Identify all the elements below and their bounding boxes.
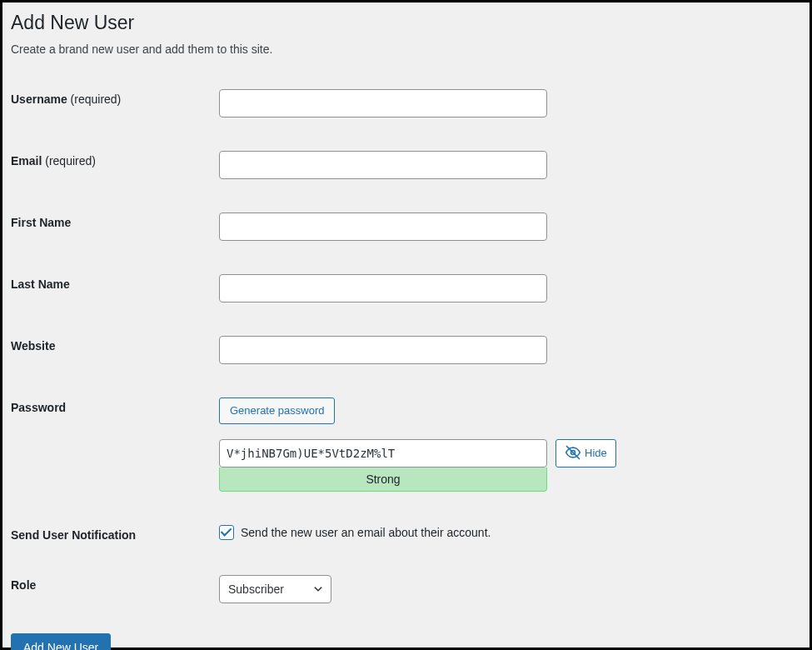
send-notification-checkbox[interactable] (219, 525, 234, 540)
hide-button-label: Hide (585, 448, 607, 458)
last-name-label: Last Name (11, 278, 70, 291)
email-input[interactable] (219, 151, 547, 179)
password-strength-meter: Strong (219, 468, 547, 492)
username-input[interactable] (219, 89, 547, 118)
notification-checkbox-label: Send the new user an email about their a… (241, 526, 491, 539)
eye-slash-icon (565, 444, 581, 462)
username-label: Username (11, 92, 67, 106)
first-name-label: First Name (11, 216, 71, 229)
notification-label: Send User Notification (11, 528, 136, 542)
hide-password-button[interactable]: Hide (555, 439, 616, 468)
user-form-table: Username (required) Email (required) Fir… (11, 72, 801, 620)
first-name-input[interactable] (219, 212, 547, 241)
add-user-page: Add New User Create a brand new user and… (0, 0, 812, 650)
username-required: (required) (71, 92, 122, 106)
website-label: Website (11, 339, 55, 352)
page-title: Add New User (11, 11, 801, 36)
email-required: (required) (45, 154, 96, 168)
website-input[interactable] (219, 336, 547, 364)
email-label: Email (11, 154, 42, 168)
add-new-user-button[interactable]: Add New User (11, 633, 111, 650)
password-label: Password (11, 401, 66, 414)
page-subtitle: Create a brand new user and add them to … (11, 42, 801, 56)
last-name-input[interactable] (219, 274, 547, 302)
role-select[interactable]: Subscriber (219, 575, 331, 603)
password-input[interactable] (219, 439, 547, 468)
role-label: Role (11, 578, 36, 592)
generate-password-button[interactable]: Generate password (219, 398, 335, 424)
